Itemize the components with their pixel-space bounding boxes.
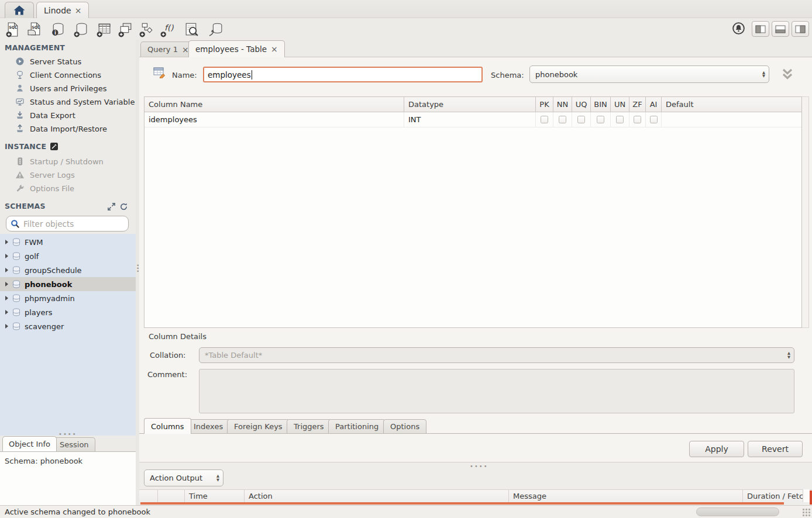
schema-icon — [12, 294, 20, 302]
revert-button[interactable]: Revert — [748, 441, 803, 457]
tab-columns[interactable]: Columns — [144, 418, 191, 434]
new-sql-tab-icon[interactable]: SQL — [4, 20, 22, 38]
tab-object-info[interactable]: Object Info — [2, 436, 57, 451]
notification-icon[interactable] — [730, 19, 747, 37]
apply-button[interactable]: Apply — [689, 441, 744, 457]
output-splitter-handle[interactable]: •••• — [470, 463, 488, 469]
create-function-icon[interactable]: f() — [159, 20, 176, 38]
inspect-database-icon[interactable]: i — [49, 20, 66, 38]
create-table-icon[interactable] — [95, 20, 112, 38]
tab-query-1[interactable]: Query 1 × — [140, 42, 196, 57]
close-tab-icon[interactable]: × — [75, 6, 82, 15]
close-tab-icon[interactable]: × — [182, 45, 189, 54]
expander-icon[interactable] — [5, 240, 8, 244]
data-export-icon — [15, 110, 25, 120]
tab-foreign-keys[interactable]: Foreign Keys — [227, 419, 290, 434]
comment-textarea[interactable] — [199, 369, 794, 413]
create-routine-icon[interactable] — [137, 20, 155, 38]
tab-triggers[interactable]: Triggers — [287, 419, 331, 434]
expander-icon[interactable] — [5, 310, 8, 315]
expander-icon[interactable] — [5, 268, 8, 272]
management-section-title: MANAGEMENT — [5, 43, 65, 52]
tab-options[interactable]: Options — [383, 419, 426, 434]
schema-icon — [12, 308, 20, 316]
sidebar-item-client-connections[interactable]: Client Connections — [15, 68, 135, 81]
tab-partitioning[interactable]: Partitioning — [328, 419, 386, 434]
schema-filter-input[interactable] — [23, 219, 124, 229]
ai-checkbox[interactable] — [650, 116, 658, 123]
header-datatype: Datatype — [404, 97, 536, 112]
expand-schemas-icon[interactable] — [107, 202, 116, 211]
output-table-header: Time Action Message Duration / Fetch — [139, 489, 812, 502]
connection-tab[interactable]: Linode × — [36, 2, 89, 18]
collation-select[interactable]: *Table Default* ▲▼ — [199, 347, 794, 363]
search-table-data-icon[interactable] — [183, 20, 200, 38]
horizontal-scrollbar-thumb[interactable] — [696, 507, 779, 516]
column-name-cell[interactable]: idemployees — [144, 112, 404, 127]
spinner-arrows-icon[interactable]: ▲▼ — [216, 470, 219, 486]
expander-icon[interactable] — [5, 254, 8, 258]
info-panel-tabs: Object Info Session — [0, 436, 136, 451]
sidebar-item-server-status[interactable]: Server Status — [15, 55, 135, 68]
toggle-bottom-panel-button[interactable] — [772, 21, 789, 37]
expander-icon[interactable] — [5, 296, 8, 301]
spinner-arrows-icon[interactable]: ▲▼ — [762, 66, 765, 82]
status-text: Active schema changed to phonebook — [5, 507, 150, 516]
pk-checkbox[interactable] — [541, 116, 548, 123]
sidebar-item-startup-shutdown[interactable]: Startup / Shutdown — [15, 155, 135, 168]
schema-icon — [12, 266, 20, 274]
close-tab-icon[interactable]: × — [271, 44, 278, 54]
schema-item-phpmyadmin[interactable]: phpmyadmin — [0, 291, 136, 305]
output-selector[interactable]: Action Output ▲▼ — [144, 469, 223, 486]
sidebar-item-options-file[interactable]: Options File — [15, 182, 135, 195]
datatype-cell[interactable]: INT — [404, 112, 536, 127]
toggle-right-panel-button[interactable] — [792, 21, 809, 37]
nn-checkbox[interactable] — [559, 116, 566, 123]
sidebar-item-data-export[interactable]: Data Export — [15, 109, 135, 122]
zf-checkbox[interactable] — [634, 116, 641, 123]
sidebar-item-label: Status and System Variables — [30, 98, 135, 106]
open-sql-script-icon[interactable]: SQL — [26, 20, 43, 38]
resize-grip-icon[interactable] — [802, 508, 810, 516]
cell-bin — [591, 112, 611, 127]
schema-item-fwm[interactable]: FWM — [0, 235, 136, 249]
header-zf: ZF — [629, 97, 646, 112]
sidebar-item-label: Data Import/Restore — [30, 125, 107, 133]
home-tab[interactable] — [5, 2, 34, 18]
tab-indexes[interactable]: Indexes — [187, 419, 230, 434]
header-ai: AI — [646, 97, 662, 112]
table-name-input[interactable]: employees — [203, 67, 483, 82]
header-pk: PK — [536, 97, 553, 112]
schema-item-golf[interactable]: golf — [0, 249, 136, 263]
sidebar-item-users-privileges[interactable]: Users and Privileges — [15, 82, 135, 95]
tab-employees-table[interactable]: employees - Table × — [188, 40, 285, 57]
sidebar-item-system-variables[interactable]: Status and System Variables — [15, 95, 135, 108]
schema-select[interactable]: phonebook ▲▼ — [529, 65, 769, 83]
create-schema-icon[interactable] — [72, 20, 90, 38]
schema-name: scavenger — [25, 322, 64, 331]
schema-item-groupschedule[interactable]: groupSchedule — [0, 263, 136, 277]
tab-session[interactable]: Session — [53, 437, 95, 451]
column-row-idemployees[interactable]: idemployees INT — [144, 112, 801, 127]
refresh-schemas-icon[interactable] — [119, 202, 128, 211]
bin-checkbox[interactable] — [597, 116, 604, 123]
expander-icon[interactable] — [5, 282, 8, 286]
output-scrollbar[interactable] — [803, 489, 810, 502]
uq-checkbox[interactable] — [577, 116, 585, 123]
grid-scrollbar[interactable] — [802, 96, 809, 328]
create-view-icon[interactable] — [116, 20, 134, 38]
expander-icon[interactable] — [5, 324, 8, 329]
toggle-left-panel-button[interactable] — [752, 21, 769, 37]
schema-item-players[interactable]: players — [0, 305, 136, 319]
notebook-divider — [139, 433, 812, 434]
sidebar-item-data-import[interactable]: Data Import/Restore — [15, 122, 135, 135]
reconnect-database-icon[interactable] — [207, 20, 224, 38]
schema-item-scavenger[interactable]: scavenger — [0, 319, 136, 333]
sidebar-item-server-logs[interactable]: Server Logs — [15, 168, 135, 181]
default-cell[interactable] — [662, 112, 801, 127]
name-label: Name: — [172, 71, 197, 80]
cell-zf — [629, 112, 646, 127]
schema-item-phonebook[interactable]: phonebook — [0, 277, 136, 291]
expand-header-chevron-icon[interactable] — [780, 68, 794, 81]
un-checkbox[interactable] — [616, 116, 624, 123]
